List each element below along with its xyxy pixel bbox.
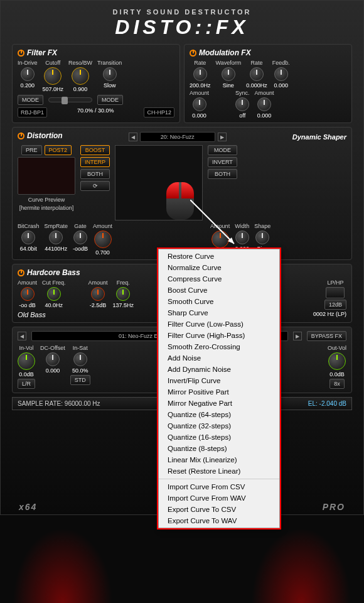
header-title: DISTO::FX	[12, 16, 352, 39]
std-button[interactable]: STD	[70, 375, 90, 385]
menu-item[interactable]: Quantize (64-steps)	[159, 409, 279, 420]
mode-button[interactable]: MODE	[208, 145, 237, 155]
pre-button[interactable]: PRE	[21, 145, 42, 155]
menu-item[interactable]: Linear Mix (Linearize)	[159, 454, 279, 465]
glow-decor	[251, 528, 351, 603]
chain-prev[interactable]: ◀	[18, 332, 26, 340]
curve-preview	[18, 157, 75, 195]
menu-group-1: Restore CurveNormalize CurveCompress Cur…	[159, 251, 279, 477]
width-knob[interactable]	[235, 231, 249, 244]
mode-button[interactable]: MODE	[18, 95, 43, 105]
menu-item[interactable]: Restore Curve	[159, 251, 279, 262]
interp-button[interactable]: INTERP	[80, 157, 110, 167]
rate2-knob[interactable]	[250, 67, 264, 81]
x8-button[interactable]: 8x	[329, 379, 345, 389]
menu-separator	[159, 479, 279, 479]
amount2-knob[interactable]	[211, 231, 229, 248]
bass-freq-knob[interactable]	[116, 287, 130, 301]
reso-knob[interactable]	[72, 67, 89, 85]
next-preset[interactable]: ▶	[218, 133, 227, 141]
sync-knob[interactable]	[235, 97, 249, 111]
menu-item[interactable]: Smooth Curve	[159, 296, 279, 307]
post-button[interactable]: POST2	[45, 145, 72, 155]
bass-cutfreq-knob[interactable]	[47, 287, 61, 301]
menu-item[interactable]: Quantize (8-steps)	[159, 443, 279, 454]
menu-item[interactable]: Import Curve From WAV	[159, 492, 279, 504]
power-icon[interactable]	[18, 50, 24, 57]
outvol-knob[interactable]	[328, 352, 346, 370]
filter-type2[interactable]: CH-HP12	[144, 107, 174, 117]
mix-slider[interactable]	[48, 97, 92, 102]
glow-decor	[13, 528, 113, 603]
menu-item[interactable]: Mirror Negative Part	[159, 398, 279, 409]
power-icon[interactable]	[190, 50, 196, 57]
boost-button[interactable]: BOOST	[80, 145, 110, 155]
bitcrash-knob[interactable]	[21, 231, 35, 244]
menu-item[interactable]: Filter Curve (High-Pass)	[159, 330, 279, 341]
menu-item[interactable]: Import Curve From CSV	[159, 481, 279, 492]
filter-type1[interactable]: RBJ-BP1	[18, 107, 47, 117]
menu-item[interactable]: Filter Curve (Low-Pass)	[159, 318, 279, 330]
invert-button[interactable]: INVERT	[208, 157, 237, 167]
preset-display[interactable]: 20: Neo-Fuzz	[140, 132, 215, 142]
gate-knob[interactable]	[73, 231, 87, 244]
menu-item[interactable]: Quantize (32-steps)	[159, 420, 279, 432]
modulation-panel: Modulation FX Rate200.0Hz WaveformSine R…	[184, 44, 352, 123]
insat-knob[interactable]	[73, 352, 87, 366]
menu-item[interactable]: Smooth Zero-Crossing	[159, 341, 279, 352]
menu-item[interactable]: Mirror Positive Part	[159, 386, 279, 398]
chain-next[interactable]: ▶	[293, 332, 302, 340]
feedb-knob[interactable]	[274, 67, 288, 81]
menu-item[interactable]: Reset (Restore Linear)	[159, 465, 279, 477]
amt1-knob[interactable]	[193, 97, 206, 111]
header-subtitle: Dirty Sound Destructor	[12, 8, 352, 16]
amount-knob[interactable]	[94, 231, 112, 248]
both2-button[interactable]: BOTH	[208, 169, 237, 179]
mouse-icon	[166, 182, 198, 226]
filter-panel: Filter FX In-Drive0.200 Cutoff507.0Hz Re…	[12, 44, 180, 123]
dc-knob[interactable]	[46, 352, 60, 366]
context-menu: Restore CurveNormalize CurveCompress Cur…	[158, 249, 280, 528]
lr-button[interactable]: L/R	[18, 379, 35, 389]
shape-knob[interactable]	[255, 231, 269, 244]
menu-item[interactable]: Boost Curve	[159, 285, 279, 296]
menu-group-2: Import Curve From CSVImport Curve From W…	[159, 481, 279, 526]
bypass-button[interactable]: BYPASS FX	[307, 331, 346, 341]
menu-item[interactable]: Compress Curve	[159, 273, 279, 285]
menu-item[interactable]: Export Curve To CSV	[159, 504, 279, 515]
cutoff-knob[interactable]	[44, 67, 62, 85]
menu-item[interactable]: Add Dynamic Noise	[159, 364, 279, 375]
prev-preset[interactable]: ◀	[129, 133, 137, 141]
menu-item[interactable]: Export Curve To WAV	[159, 515, 279, 526]
lphp-toggle[interactable]	[326, 287, 345, 298]
rate1-knob[interactable]	[193, 67, 207, 81]
menu-item[interactable]: Quantize (16-steps)	[159, 432, 279, 443]
indrive-knob[interactable]	[21, 67, 35, 81]
both-button[interactable]: BOTH	[80, 169, 110, 179]
menu-item[interactable]: Normalize Curve	[159, 262, 279, 273]
bass-amount2-knob[interactable]	[91, 287, 105, 301]
invol-knob[interactable]	[18, 352, 35, 370]
power-icon[interactable]	[18, 133, 24, 139]
waveform-knob[interactable]	[222, 67, 235, 81]
mode2-button[interactable]: MODE	[97, 95, 123, 105]
power-icon[interactable]	[18, 269, 24, 276]
menu-item[interactable]: Sharp Curve	[159, 307, 279, 318]
menu-item[interactable]: Add Noise	[159, 352, 279, 364]
menu-item[interactable]: Invert/Flip Curve	[159, 375, 279, 386]
bass-amount-knob[interactable]	[21, 287, 35, 301]
transition-knob[interactable]	[103, 67, 117, 81]
smprate-knob[interactable]	[49, 231, 63, 244]
refresh-button[interactable]: ⟳	[80, 181, 110, 191]
header: Dirty Sound Destructor DISTO::FX	[12, 8, 352, 39]
amt2-knob[interactable]	[257, 97, 271, 111]
